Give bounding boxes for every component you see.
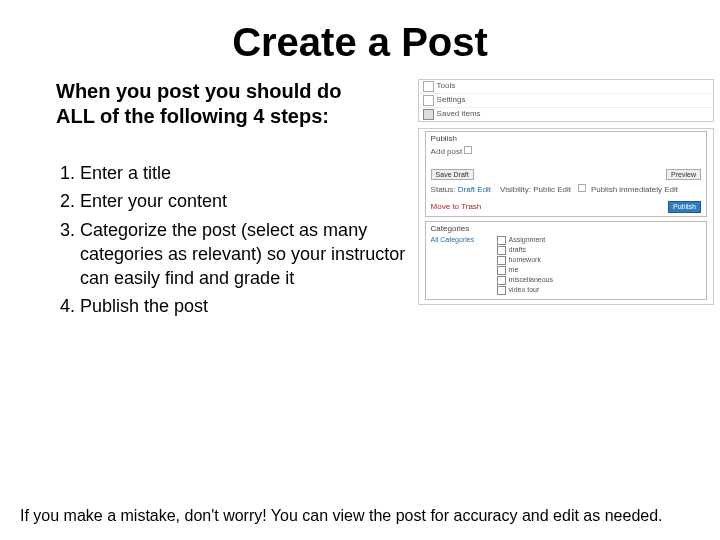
step-item: Enter a title (80, 161, 408, 185)
checkbox-icon[interactable] (497, 276, 506, 285)
add-post-label: Add post (431, 147, 463, 156)
move-to-trash-link[interactable]: Move to Trash (431, 203, 482, 212)
publish-immediately-label: Publish immediately Edit (591, 185, 678, 194)
calendar-icon (578, 184, 586, 192)
preview-button[interactable]: Preview (666, 169, 701, 181)
side-settings: Settings (437, 96, 466, 105)
steps-list: Enter a title Enter your content Categor… (56, 161, 408, 319)
category-item[interactable]: drafts (497, 246, 701, 255)
checkbox-icon[interactable] (497, 246, 506, 255)
tools-icon (423, 81, 434, 92)
category-item[interactable]: video tour (497, 286, 701, 295)
categories-list: Assignment drafts homework me miscellane… (497, 236, 701, 296)
status-edit-link[interactable]: Draft Edit (458, 185, 491, 194)
checkbox-icon[interactable] (497, 236, 506, 245)
category-item[interactable]: me (497, 266, 701, 275)
step-item: Enter your content (80, 189, 408, 213)
category-item[interactable]: miscellaneous (497, 276, 701, 285)
checkbox-icon[interactable] (497, 266, 506, 275)
save-draft-button[interactable]: Save Draft (431, 169, 474, 181)
footer-note: If you make a mistake, don't worry! You … (20, 506, 700, 526)
step-item: Publish the post (80, 294, 408, 318)
checkbox-icon[interactable] (497, 286, 506, 295)
add-icon (464, 146, 472, 154)
intro-text: When you post you should do ALL of the f… (56, 79, 356, 129)
side-saved: Saved items (437, 110, 481, 119)
step-item: Categorize the post (select as many cate… (80, 218, 408, 291)
visibility-label: Visibility: Public Edit (500, 185, 571, 194)
checkbox-icon[interactable] (497, 256, 506, 265)
category-item[interactable]: Assignment (497, 236, 701, 245)
side-tools: Tools (437, 82, 456, 91)
gear-icon (423, 95, 434, 106)
screenshot-publish-panel: Publish Add post Save Draft Preview Stat… (418, 128, 714, 305)
status-label: Status: (431, 185, 456, 194)
category-item[interactable]: homework (497, 256, 701, 265)
categories-header: Categories (431, 225, 701, 234)
publish-header: Publish (431, 135, 701, 144)
arrow-icon (423, 109, 434, 120)
screenshot-sidebar: Tools Settings Saved items (418, 79, 714, 122)
publish-button[interactable]: Publish (668, 201, 701, 213)
categories-tab-all[interactable]: All Categories (431, 236, 491, 244)
slide-title: Create a Post (0, 20, 720, 65)
